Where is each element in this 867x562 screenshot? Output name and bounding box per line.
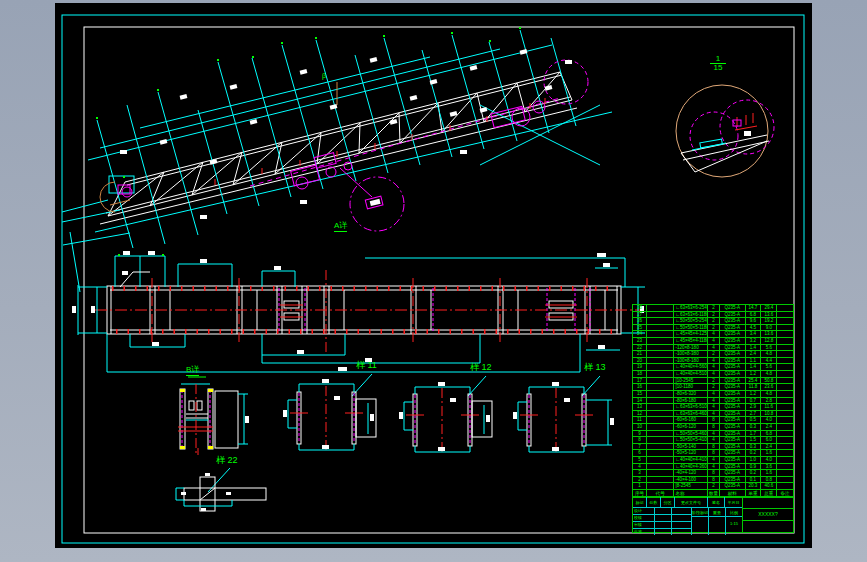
- bom-cell-material: Q235-A: [720, 331, 746, 337]
- detail-y13-view: [513, 376, 614, 454]
- mid-label: 比例: [726, 508, 742, 516]
- bom-cell-note: [777, 431, 793, 437]
- bom-cell-note: [777, 371, 793, 377]
- bom-cell-qty: 8: [708, 477, 720, 483]
- bom-cell-unit-weight: 0.5: [746, 417, 762, 423]
- bom-cell-no: 1: [633, 483, 647, 489]
- bom-cell-qty: 4: [708, 331, 720, 337]
- bom-cell-note: [777, 325, 793, 331]
- bom-cell-qty: 2: [708, 325, 720, 331]
- bom-cell-material: Q235-A: [720, 345, 746, 351]
- bom-cell-material: Q235-A: [720, 417, 746, 423]
- bom-cell-unit-weight: 2.7: [746, 411, 762, 417]
- change-label: 签名: [708, 497, 725, 507]
- bom-cell-note: [777, 477, 793, 483]
- bom-cell-material: Q235-A: [720, 391, 746, 397]
- title-block-right: XXXXX?: [743, 497, 793, 532]
- bom-cell-code: [647, 371, 675, 377]
- label-detail-y11: 样 11: [356, 361, 377, 370]
- bom-cell-no: 9: [633, 431, 647, 437]
- bom-cell-no: 23: [633, 338, 647, 344]
- bom-cell-material: Q235-A: [720, 364, 746, 370]
- bom-cell-note: [777, 351, 793, 357]
- mid-label: 阶段标记: [692, 508, 709, 516]
- bom-cell-material: Q235-A: [720, 325, 746, 331]
- bom-cell-no: 18: [633, 371, 647, 377]
- mid-value: 1:15: [726, 517, 742, 535]
- sign-field: [655, 515, 673, 521]
- bom-cell-unit-weight: 1.1: [746, 358, 762, 364]
- bom-cell-name: -60×6-160: [674, 417, 708, 423]
- bom-cell-no: 16: [633, 384, 647, 390]
- bom-cell-no: 28: [633, 305, 647, 311]
- bom-cell-qty: 4: [708, 391, 720, 397]
- bom-cell-material: Q235-A: [720, 483, 746, 489]
- bom-cell-note: [777, 384, 793, 390]
- bom-cell-note: [777, 312, 793, 318]
- bom-cell-qty: 4: [708, 457, 720, 463]
- bom-cell-material: Q235-A: [720, 444, 746, 450]
- sign-field: [672, 515, 691, 521]
- drawing-code-cell: XXXXX?: [743, 509, 793, 521]
- bom-cell-name: ∟50×50×5-410: [674, 437, 708, 443]
- bom-cell-code: [647, 378, 675, 384]
- bom-cell-qty: 4: [708, 338, 720, 344]
- bom-cell-no: 22: [633, 345, 647, 351]
- mid-label: 重量: [709, 508, 726, 516]
- bom-row: 12 ∟63×63×6-460 4 Q235-A 2.7 10.8: [633, 411, 793, 418]
- bom-cell-note: [777, 364, 793, 370]
- bom-cell-total-weight: 4.8: [761, 391, 777, 397]
- bom-cell-total-weight: 4.8: [761, 371, 777, 377]
- drawing-extra-cell: [743, 521, 793, 532]
- bom-cell-no: 27: [633, 312, 647, 318]
- bom-cell-qty: 2: [708, 378, 720, 384]
- bom-cell-code: [647, 424, 675, 430]
- bom-cell-code: [647, 318, 675, 324]
- bom-cell-no: 25: [633, 325, 647, 331]
- bom-cell-note: [777, 470, 793, 476]
- bom-row: 4 ∟40×40×4-360 4 Q235-A 0.9 3.6: [633, 464, 793, 471]
- bom-cell-no: 7: [633, 444, 647, 450]
- bom-cell-code: [647, 364, 675, 370]
- bom-cell-material: Q235-A: [720, 305, 746, 311]
- bom-cell-total-weight: 4.0: [761, 457, 777, 463]
- bom-cell-material: Q235-A: [720, 318, 746, 324]
- label-beta: β: [322, 71, 326, 80]
- bom-cell-note: [777, 457, 793, 463]
- bom-cell-unit-weight: 0.3: [746, 444, 762, 450]
- bom-cell-qty: 2: [708, 318, 720, 324]
- bom-cell-name: ∟50×50×5-2545: [674, 318, 708, 324]
- bom-cell-code: [647, 345, 675, 351]
- bom-row: 13 ∟63×63×6-510 4 Q235-A 2.9 11.6: [633, 404, 793, 411]
- bom-cell-code: [647, 325, 675, 331]
- bom-cell-material: Q235-A: [720, 338, 746, 344]
- bom-cell-qty: 2: [708, 384, 720, 390]
- bom-cell-material: Q235-A: [720, 351, 746, 357]
- bom-cell-total-weight: 10.8: [761, 411, 777, 417]
- bom-cell-qty: 4: [708, 411, 720, 417]
- bom-cell-name: ∟63×63×6-460: [674, 411, 708, 417]
- bom-row: 28 ∟63×63×6-2545 2 Q235-A 14.7 29.4: [633, 305, 793, 312]
- bom-cell-total-weight: 1.6: [761, 450, 777, 456]
- bom-cell-material: Q235-A: [720, 450, 746, 456]
- bom-cell-note: [777, 450, 793, 456]
- bom-cell-material: Q235-A: [720, 358, 746, 364]
- cad-viewport: A详 β B详 样 11 样 12 样 13 样 22 1 15 28 ∟63×…: [0, 0, 867, 562]
- bom-cell-qty: 8: [708, 450, 720, 456]
- bom-cell-code: [647, 477, 675, 483]
- change-label: 处数: [647, 497, 661, 507]
- bom-cell-total-weight: 19.2: [761, 318, 777, 324]
- bom-cell-qty: 8: [708, 444, 720, 450]
- bom-cell-name: -80×6-180: [674, 398, 708, 404]
- sign-field: [672, 508, 691, 514]
- bom-cell-material: Q235-A: [720, 431, 746, 437]
- bom-cell-code: [647, 391, 675, 397]
- bom-cell-qty: 8: [708, 424, 720, 430]
- title-block: 标记 处数 分区 更改文件号 签名 年月日 设计 校核 审核 批准 阶段标记 重…: [632, 496, 794, 533]
- bom-cell-name: -40×4-100: [674, 477, 708, 483]
- bom-cell-total-weight: 5.6: [761, 345, 777, 351]
- bom-cell-code: [647, 464, 675, 470]
- bom-cell-code: [647, 444, 675, 450]
- bom-cell-qty: 4: [708, 371, 720, 377]
- bom-cell-code: [647, 470, 675, 476]
